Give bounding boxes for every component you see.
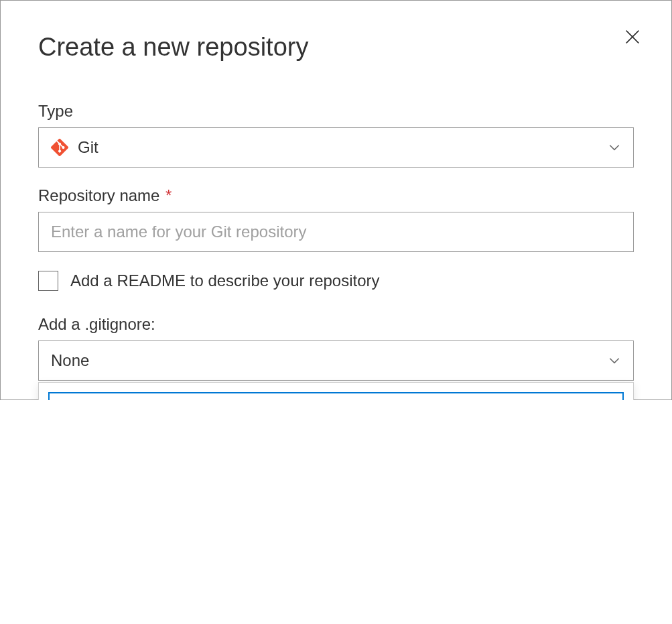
close-icon [623, 27, 642, 46]
repo-name-label: Repository name * [38, 186, 634, 205]
create-repository-dialog: Create a new repository Type Git Reposit… [0, 0, 672, 400]
gitignore-filter-input[interactable] [48, 392, 624, 400]
gitignore-dropdown-panel: UmbracoUnityUnrealEngineVisualStudio [38, 382, 634, 400]
readme-checkbox[interactable] [38, 271, 58, 291]
gitignore-select[interactable]: None [38, 340, 634, 381]
gitignore-field-group: Add a .gitignore: None UmbracoUnityUnrea… [38, 315, 634, 381]
repo-name-field-group: Repository name * [38, 186, 634, 252]
readme-checkbox-row: Add a README to describe your repository [38, 271, 634, 291]
close-button[interactable] [620, 25, 645, 51]
type-select-content: Git [51, 138, 98, 157]
repo-name-label-text: Repository name [38, 186, 159, 204]
git-icon [51, 139, 68, 156]
dialog-header: Create a new repository [38, 33, 634, 62]
filter-input-wrapper [39, 383, 633, 400]
type-select[interactable]: Git [38, 127, 634, 168]
type-label: Type [38, 102, 634, 121]
repo-name-input[interactable] [38, 212, 634, 252]
gitignore-dropdown-container: None UmbracoUnityUnrealEngineVisualStudi… [38, 340, 634, 381]
dialog-title: Create a new repository [38, 33, 308, 62]
gitignore-value: None [51, 351, 89, 370]
gitignore-label: Add a .gitignore: [38, 315, 634, 334]
required-asterisk: * [165, 186, 172, 204]
chevron-down-icon [608, 354, 621, 367]
chevron-down-icon [608, 141, 621, 154]
readme-label[interactable]: Add a README to describe your repository [70, 271, 380, 290]
type-value: Git [78, 138, 98, 157]
type-field-group: Type Git [38, 102, 634, 168]
